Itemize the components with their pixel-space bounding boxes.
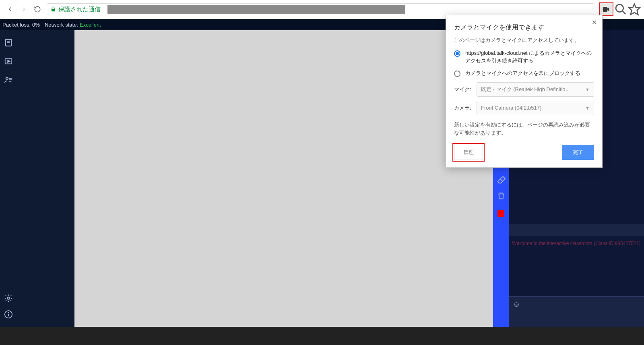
forward-button[interactable] bbox=[17, 2, 31, 16]
radio-block-label: カメラとマイクへのアクセスを常にブロックする bbox=[465, 70, 580, 77]
mic-select[interactable]: 既定 - マイク (Realtek High Definitio... ▼ bbox=[477, 82, 594, 97]
camera-select[interactable]: Front Camera (04f2:b517) ▼ bbox=[477, 101, 594, 115]
secure-label: 保護された通信 bbox=[58, 6, 101, 13]
users-icon[interactable] bbox=[4, 75, 13, 84]
mic-value: 既定 - マイク (Realtek High Definitio... bbox=[481, 86, 570, 93]
mic-row: マイク: 既定 - マイク (Realtek High Definitio...… bbox=[454, 82, 594, 97]
camera-permission-popup: ✕ カメラとマイクを使用できます このページはカメラとマイクにアクセスしています… bbox=[446, 15, 603, 168]
reload-button[interactable] bbox=[31, 2, 44, 16]
emoji-icon[interactable]: ☺ bbox=[513, 300, 520, 309]
packet-loss-label: Packet loss: bbox=[2, 22, 31, 28]
radio-unchecked-icon bbox=[454, 71, 460, 77]
toolbar-right bbox=[599, 2, 641, 16]
radio-option-block[interactable]: カメラとマイクへのアクセスを常にブロックする bbox=[454, 70, 594, 77]
panel-divider bbox=[509, 224, 644, 236]
omnibox-divider bbox=[104, 5, 104, 14]
svg-point-15 bbox=[8, 312, 8, 313]
color-swatch-red[interactable] bbox=[497, 210, 504, 217]
welcome-text: Welcome to the interactive classroom (Cl… bbox=[512, 241, 640, 246]
camera-indicator-button[interactable] bbox=[599, 2, 613, 16]
popup-note: 新しい設定を有効にするには、ページの再読み込みが必要な可能性があります。 bbox=[454, 121, 594, 138]
bottom-band bbox=[0, 327, 644, 345]
camera-label: カメラ: bbox=[454, 104, 477, 112]
mic-label: マイク: bbox=[454, 86, 477, 93]
popup-title: カメラとマイクを使用できます bbox=[454, 23, 594, 32]
chevron-down-icon: ▼ bbox=[585, 106, 590, 110]
svg-marker-2 bbox=[629, 4, 640, 15]
svg-line-1 bbox=[622, 11, 625, 14]
info-icon[interactable] bbox=[4, 310, 13, 319]
camera-row: カメラ: Front Camera (04f2:b517) ▼ bbox=[454, 101, 594, 115]
radio-option-allow[interactable]: https://global.talk-cloud.net によるカメラとマイク… bbox=[454, 50, 594, 65]
radio-checked-icon bbox=[454, 50, 460, 57]
address-bar[interactable]: 保護された通信 bbox=[47, 3, 594, 15]
close-icon[interactable]: ✕ bbox=[590, 19, 598, 27]
left-rail bbox=[0, 30, 17, 327]
done-button[interactable]: 完了 bbox=[562, 145, 594, 160]
trash-icon[interactable] bbox=[497, 191, 506, 200]
media-icon[interactable] bbox=[4, 57, 13, 66]
popup-description: このページはカメラとマイクにアクセスしています。 bbox=[454, 37, 594, 44]
svg-marker-7 bbox=[8, 60, 10, 62]
lock-icon bbox=[50, 6, 56, 12]
document-icon[interactable] bbox=[4, 38, 13, 47]
gear-icon[interactable] bbox=[4, 294, 13, 303]
svg-point-0 bbox=[616, 4, 623, 12]
zoom-icon[interactable] bbox=[614, 3, 627, 16]
star-icon[interactable] bbox=[628, 3, 641, 16]
whiteboard[interactable] bbox=[74, 30, 493, 327]
welcome-message: Welcome to the interactive classroom (Cl… bbox=[509, 236, 644, 296]
popup-actions: 管理 完了 bbox=[454, 145, 594, 160]
eraser-icon[interactable] bbox=[497, 175, 506, 184]
radio-allow-label: https://global.talk-cloud.net によるカメラとマイク… bbox=[465, 50, 594, 65]
camera-value: Front Camera (04f2:b517) bbox=[481, 105, 541, 111]
back-button[interactable] bbox=[3, 2, 17, 16]
url-masked bbox=[107, 5, 405, 14]
chevron-down-icon: ▼ bbox=[585, 87, 590, 92]
chat-input-row: ☺ bbox=[509, 296, 644, 312]
manage-button[interactable]: 管理 bbox=[454, 145, 483, 160]
packet-loss-value: 0% bbox=[32, 22, 40, 28]
svg-point-12 bbox=[7, 297, 10, 299]
network-state-value: Excellent bbox=[80, 22, 101, 28]
svg-point-8 bbox=[6, 77, 8, 80]
network-state-label: Network state: bbox=[45, 22, 78, 28]
